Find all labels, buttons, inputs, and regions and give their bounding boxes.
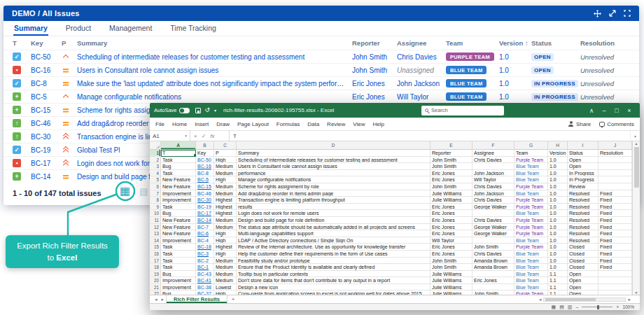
cell[interactable]: Bug — [161, 271, 196, 278]
fullscreen-icon[interactable] — [624, 10, 631, 17]
zoom-out-icon[interactable]: – — [575, 304, 578, 309]
cell[interactable]: Copy-paste from application screen to ex… — [237, 290, 430, 295]
quick-access-dropdown-icon[interactable]: ▾ — [214, 108, 216, 113]
cell[interactable]: BC-18 — [196, 244, 214, 251]
cell[interactable]: Resolved — [568, 210, 598, 217]
cell[interactable]: Julie Williams — [430, 284, 472, 291]
issue-key-link[interactable]: BC-46 — [31, 120, 50, 127]
cell[interactable]: Eric Jones — [430, 244, 472, 251]
assignee-link[interactable]: Will Taylor — [397, 93, 428, 101]
issue-summary-link[interactable]: Make sure the 'last updated' attribute d… — [77, 80, 352, 88]
name-box-dropdown-icon[interactable]: ▾ — [185, 134, 187, 138]
cell[interactable] — [472, 163, 514, 170]
cell[interactable]: BC-14 — [196, 217, 214, 224]
maximize-icon[interactable]: □ — [610, 107, 623, 114]
column-header-a[interactable]: A — [161, 141, 196, 149]
cell[interactable]: Medium — [214, 264, 237, 271]
ribbon-tab-home[interactable]: Home — [172, 121, 187, 127]
cell[interactable]: Closed — [568, 258, 598, 265]
cell[interactable]: Open — [568, 157, 598, 164]
issue-summary-link[interactable]: Scheduling of intermediate releases for … — [77, 53, 304, 61]
cell[interactable]: Eric Jones — [430, 176, 472, 183]
cell[interactable]: 1.1 — [548, 277, 568, 284]
cell[interactable]: Blue Team — [514, 163, 548, 170]
issue-key-link[interactable]: BC-17 — [31, 160, 50, 167]
cell[interactable]: Medium — [214, 224, 237, 231]
cell[interactable]: Blue Team — [514, 190, 548, 197]
tab-management[interactable]: Management — [108, 22, 153, 36]
cell[interactable]: Purple Team — [514, 230, 548, 237]
cell[interactable]: Fixed — [598, 204, 632, 211]
cell[interactable]: Medium — [214, 170, 237, 177]
cell[interactable]: Resolved — [568, 204, 598, 211]
cell[interactable]: Blue Team — [514, 176, 548, 183]
cell[interactable]: High — [214, 251, 237, 258]
cell[interactable]: High — [214, 176, 237, 183]
column-header-j[interactable]: J — [598, 141, 632, 149]
cell[interactable]: Open — [568, 284, 598, 291]
cell[interactable]: Blue Team — [514, 271, 548, 278]
cell[interactable]: Fixed — [598, 237, 632, 244]
cell[interactable] — [598, 163, 632, 170]
cell[interactable]: Users in Consultant role cannot assign i… — [237, 163, 430, 170]
column-header-g[interactable]: G — [514, 141, 548, 149]
cell[interactable]: Purple Team — [514, 290, 548, 295]
cell[interactable]: Julie Williams — [430, 197, 472, 204]
cell[interactable]: Bug — [161, 163, 196, 170]
cell[interactable]: Julie Williams — [430, 290, 472, 295]
cell[interactable]: New Feature — [161, 224, 196, 231]
cell[interactable]: Improvement — [161, 190, 196, 197]
reporter-link[interactable]: Eric Jones — [352, 93, 385, 101]
cell[interactable]: Task — [161, 170, 196, 177]
ribbon-tab-data[interactable]: Data — [307, 121, 319, 127]
cell[interactable]: Medium — [214, 258, 237, 265]
cell[interactable]: BC-46 — [196, 190, 214, 197]
cell[interactable]: Assignee — [472, 150, 514, 157]
cell[interactable]: Fixed — [598, 210, 632, 217]
sheet-nav-right-icon[interactable]: ▸ — [160, 297, 167, 302]
cell[interactable]: Closed — [568, 264, 598, 271]
cell[interactable]: Highest — [214, 197, 237, 204]
cell[interactable]: Eric Jones — [430, 210, 472, 217]
column-header-status[interactable]: Status — [531, 39, 580, 47]
hscroll-right-icon[interactable]: ▸ — [628, 297, 631, 302]
column-header-summary[interactable]: Summary — [77, 39, 352, 47]
cell[interactable]: John Smith — [472, 290, 514, 295]
row-number[interactable]: 1 — [150, 150, 161, 157]
cell[interactable]: Closed — [568, 251, 598, 258]
assignee-link[interactable]: Chris Davies — [397, 53, 437, 61]
column-header-key[interactable]: Key — [31, 39, 62, 47]
cell[interactable]: John Smith — [430, 157, 472, 164]
zoom-in-icon[interactable]: + — [616, 304, 619, 309]
cell[interactable]: Purple Team — [514, 157, 548, 164]
cell[interactable]: In Progress — [568, 170, 598, 177]
cell[interactable]: BC-37 — [196, 290, 214, 295]
cell[interactable]: Eric Jones — [430, 170, 472, 177]
cell[interactable]: Summary — [237, 150, 430, 157]
cell[interactable] — [472, 271, 514, 278]
cell[interactable] — [598, 271, 632, 278]
new-sheet-icon[interactable]: + — [227, 297, 239, 302]
cell[interactable]: Design a new icon — [237, 284, 430, 291]
cell[interactable]: Review — [568, 183, 598, 190]
cell[interactable]: T — [161, 150, 196, 157]
row-number[interactable]: 8 — [150, 197, 161, 204]
issue-key-link[interactable]: BC-19 — [31, 146, 50, 154]
cell[interactable]: Eric Jones — [472, 277, 514, 284]
cell[interactable]: Help the customer define their requireme… — [237, 251, 430, 258]
cell[interactable]: Julie Williams — [430, 271, 472, 278]
ribbon-tab-review[interactable]: Review — [327, 121, 345, 127]
cell[interactable]: New Feature — [161, 176, 196, 183]
cell[interactable] — [598, 183, 632, 190]
issue-key-link[interactable]: BC-16 — [31, 66, 50, 74]
cell[interactable]: Blue Team — [514, 170, 548, 177]
cell[interactable]: Closed — [568, 244, 598, 251]
column-header-team[interactable]: Team — [446, 39, 499, 47]
cell[interactable]: 1.0 — [548, 237, 568, 244]
cell[interactable]: Resolved — [568, 230, 598, 237]
cell[interactable] — [598, 277, 632, 284]
cell[interactable]: Blue Team — [514, 264, 548, 271]
cell[interactable]: Chris Davies — [472, 197, 514, 204]
issue-summary-link[interactable]: Global Test Pl — [77, 146, 120, 154]
cell[interactable]: High — [214, 157, 237, 164]
